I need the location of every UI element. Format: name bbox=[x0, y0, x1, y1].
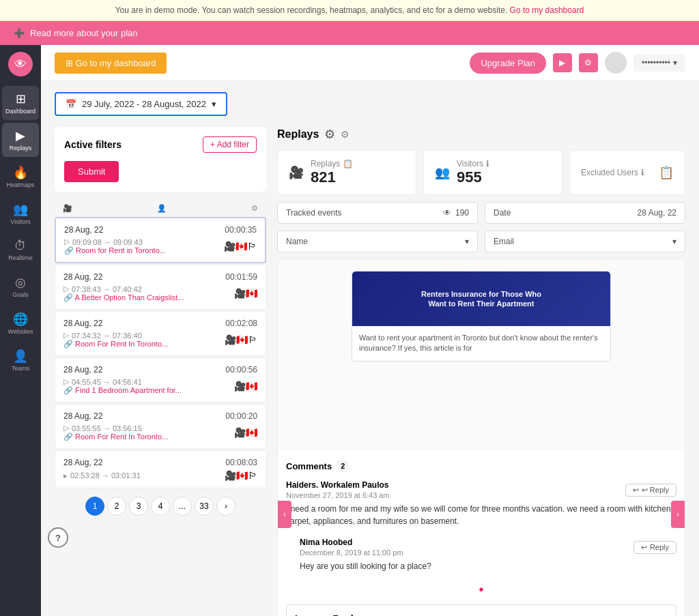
pagination: 1 2 3 4 ... 33 › bbox=[55, 488, 266, 524]
chevron-down-icon: ▾ bbox=[212, 99, 216, 109]
tracked-events-filter: Tracked events 👁 190 bbox=[277, 202, 478, 224]
comment-author: Haiders. Workalem Paulos bbox=[286, 480, 389, 490]
session-date: 28 Aug, 22 bbox=[63, 365, 102, 375]
filter-row: Tracked events 👁 190 Date 28 Aug, 22 bbox=[277, 202, 685, 224]
settings-icon-btn[interactable]: ⚙ bbox=[579, 53, 598, 72]
page-button-4[interactable]: 4 bbox=[151, 497, 170, 516]
email-filter[interactable]: Email ▾ bbox=[485, 231, 685, 252]
reply-icon: ↩ bbox=[633, 486, 639, 495]
page-button-2[interactable]: 2 bbox=[107, 497, 126, 516]
session-date: 28 Aug, 22 bbox=[63, 458, 102, 467]
session-item[interactable]: 28 Aug, 22 00:02:08 ▷ 07:34:32 → 07:36:4… bbox=[55, 311, 266, 356]
go-to-dashboard-button[interactable]: ⊞ Go to my dashboard bbox=[55, 53, 167, 74]
visitors-icon: 👥 bbox=[13, 202, 28, 217]
submit-button[interactable]: Submit bbox=[64, 161, 119, 182]
name-email-row: Name ▾ Email ▾ bbox=[277, 231, 685, 252]
sidebar-item-replays[interactable]: ▶ Replays bbox=[2, 123, 39, 157]
demo-bar-link[interactable]: Go to my dashboard bbox=[510, 5, 584, 15]
replays-stat-card: 🎥 Replays 📋 821 bbox=[277, 150, 416, 195]
name-filter[interactable]: Name ▾ bbox=[277, 231, 478, 252]
account-name[interactable]: •••••••••• ▾ bbox=[633, 54, 685, 72]
recording-icon-btn[interactable]: ▶ bbox=[553, 53, 572, 72]
previous-video-arrow[interactable]: ‹ bbox=[278, 501, 291, 528]
session-duration: 00:01:59 bbox=[225, 272, 257, 282]
session-time: ▷ 03:55:55 → 03:56:15 bbox=[63, 424, 168, 432]
demo-bar-text: You are in demo mode. You can watch sess… bbox=[115, 5, 508, 15]
session-date: 28 Aug, 22 bbox=[63, 411, 102, 421]
page-button-33[interactable]: 33 bbox=[195, 497, 214, 516]
reply-icon: ↩ bbox=[641, 543, 647, 552]
article-image: Renters Insurance for Those WhoWant to R… bbox=[352, 272, 610, 326]
comments-section: Comments 2 Haiders. Workalem Paulos Nove… bbox=[278, 451, 685, 616]
settings-gear-icon[interactable]: ⚙ bbox=[324, 127, 335, 142]
visitors-stat-value: 955 bbox=[457, 168, 489, 186]
session-item[interactable]: 28 Aug, 22 00:01:59 ▷ 07:38:43 → 07:40:4… bbox=[55, 265, 266, 310]
sidebar-item-label: Goals bbox=[12, 291, 29, 298]
sidebar-item-realtime[interactable]: ⏱ Realtime bbox=[2, 233, 39, 267]
leave-reply-box: Leave a Reply Your email address will no… bbox=[286, 604, 676, 616]
gear-icon-2[interactable]: ⚙ bbox=[341, 129, 350, 140]
session-item[interactable]: 28 Aug, 22 00:08:03 ▸ 02:53:28 → 03:01:3… bbox=[55, 450, 266, 488]
tracked-events-label: Tracked events bbox=[286, 208, 342, 218]
page-button-3[interactable]: 3 bbox=[129, 497, 148, 516]
upgrade-plan-button[interactable]: Upgrade Plan bbox=[470, 53, 546, 74]
plus-icon: ➕ bbox=[14, 28, 25, 38]
sidebar-item-label: Heatmaps bbox=[6, 181, 34, 188]
dashboard-icon: ⊞ bbox=[16, 91, 26, 106]
reply-button[interactable]: ↩ ↩ Reply bbox=[625, 484, 676, 497]
next-video-arrow[interactable]: › bbox=[671, 501, 685, 528]
replays-stat: Replays 📋 821 bbox=[311, 159, 353, 186]
session-item[interactable]: 28 Aug, 22 00:00:20 ▷ 03:55:55 → 03:56:1… bbox=[55, 404, 266, 449]
sidebar-item-dashboard[interactable]: ⊞ Dashboard bbox=[2, 86, 39, 120]
comment-author: Nima Hoobed bbox=[300, 538, 352, 547]
session-duration: 00:08:03 bbox=[225, 458, 257, 467]
play-icon: ▷ bbox=[63, 284, 69, 293]
comment-date: December 8, 2019 at 11:00 pm bbox=[300, 548, 403, 557]
session-time: ▷ 07:34:32 → 07:36:40 bbox=[63, 331, 168, 340]
settings-col-icon: ⚙ bbox=[251, 204, 258, 213]
session-flags: 🎥🇨🇦 bbox=[234, 381, 257, 392]
chevron-down-icon: ▾ bbox=[672, 237, 676, 246]
sidebar-item-label: Realtime bbox=[8, 254, 33, 261]
article-text: Want to rent your apartment in Toronto b… bbox=[359, 334, 598, 352]
sidebar-item-goals[interactable]: ◎ Goals bbox=[2, 269, 39, 304]
email-filter-label: Email bbox=[494, 237, 514, 246]
comment-text: I need a room for me and my wife so we w… bbox=[286, 503, 676, 527]
session-url: 🔗 Room for Rent in Toronto... bbox=[64, 246, 166, 255]
demo-bar: You are in demo mode. You can watch sess… bbox=[0, 0, 699, 21]
session-url: 🔗 Room For Rent In Toronto... bbox=[63, 432, 168, 441]
sidebar-item-label: Replays bbox=[10, 145, 32, 151]
pink-banner-text: Read more about your plan bbox=[30, 28, 138, 38]
help-button[interactable]: ? bbox=[48, 527, 68, 548]
page-next-button[interactable]: › bbox=[216, 497, 236, 516]
session-duration: 00:02:08 bbox=[225, 319, 257, 328]
session-flags: 🎥🇨🇦🏳 bbox=[225, 334, 257, 345]
copy-icon[interactable]: 📋 bbox=[659, 165, 674, 180]
session-date: 28 Aug, 22 bbox=[63, 319, 102, 328]
page-button-1[interactable]: 1 bbox=[85, 497, 104, 516]
session-item[interactable]: 28 Aug, 22 00:00:35 ▷ 09:09:08 → 09:09:4… bbox=[55, 217, 266, 263]
leave-reply-title: Leave a Reply bbox=[295, 613, 668, 616]
goals-icon: ◎ bbox=[15, 275, 26, 290]
sidebar-logo: 👁 bbox=[8, 52, 33, 76]
comment-date: November 27, 2019 at 6:43 am bbox=[286, 491, 390, 499]
visitors-stat-card: 👥 Visitors ℹ 955 bbox=[423, 150, 562, 195]
sidebar-item-heatmaps[interactable]: 🔥 Heatmaps bbox=[2, 160, 39, 194]
session-item[interactable]: 28 Aug, 22 00:00:56 ▷ 04:55:45 → 04:56:4… bbox=[55, 357, 266, 402]
teams-icon: 👤 bbox=[13, 349, 28, 364]
excluded-stat-label: Excluded Users bbox=[581, 168, 638, 177]
session-time: ▷ 09:09:08 → 09:09:43 bbox=[64, 237, 166, 246]
add-filter-button[interactable]: + Add filter bbox=[203, 136, 257, 153]
sidebar-item-websites[interactable]: 🌐 Websites bbox=[2, 306, 39, 340]
pink-banner: ➕ Read more about your plan bbox=[0, 21, 699, 45]
heatmaps-icon: 🔥 bbox=[13, 165, 28, 180]
sidebar-item-teams[interactable]: 👤 Teams bbox=[2, 343, 39, 377]
info-icon: ℹ bbox=[641, 168, 644, 177]
excluded-stat: Excluded Users ℹ bbox=[581, 168, 644, 177]
name-filter-label: Name bbox=[286, 237, 308, 246]
reply-button[interactable]: ↩ Reply bbox=[633, 541, 676, 554]
filters-panel: Active filters + Add filter Submit bbox=[55, 127, 266, 192]
date-picker[interactable]: 📅 29 July, 2022 - 28 August, 2022 ▾ bbox=[55, 92, 227, 116]
filters-title: Active filters bbox=[64, 139, 122, 150]
sidebar-item-visitors[interactable]: 👥 Visitors bbox=[2, 196, 39, 231]
